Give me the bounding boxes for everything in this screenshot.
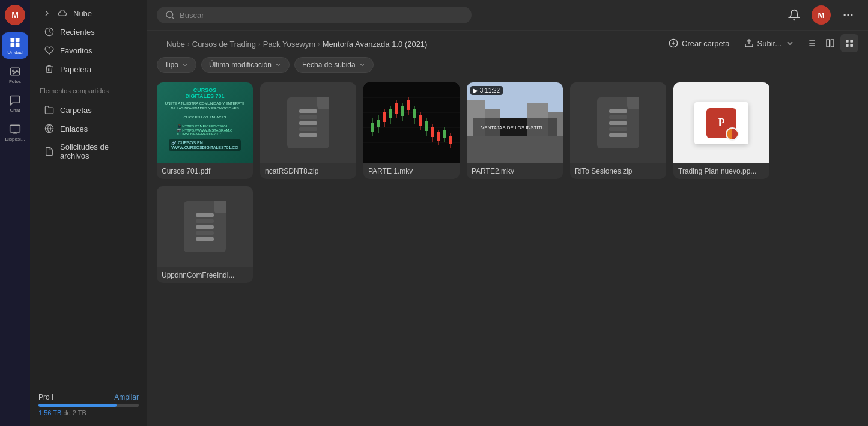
sidebar-item-chat[interactable]: Chat [2, 90, 28, 117]
view-columns-button[interactable] [821, 34, 839, 52]
svg-point-9 [166, 11, 173, 18]
icon-bar: M Unidad Fotos Chat Disposi... [0, 0, 30, 426]
breadcrumb-cursos[interactable]: Cursos de Trading [192, 40, 256, 49]
user-avatar[interactable]: M [812, 5, 831, 25]
svg-rect-1 [16, 38, 20, 42]
crear-carpeta-button[interactable]: Crear carpeta [661, 35, 736, 52]
svg-rect-69 [467, 136, 563, 163]
file-card-parte2[interactable]: ▶ 3:11:22 VENTAJAS DE LOS INSTITU... [467, 82, 563, 179]
subir-button[interactable]: Subir... [737, 35, 802, 52]
sidebar-section-main: Nube Recientes Favoritos Papelera [30, 0, 147, 82]
play-icon-parte2: ▶ 3:11:22 [470, 86, 503, 95]
bell-icon [788, 9, 800, 21]
svg-rect-44 [395, 103, 398, 114]
breadcrumb-sep-2: › [258, 40, 261, 47]
file-name-uppdnn: UppdnnComFreeIndi... [157, 267, 253, 283]
svg-rect-50 [413, 109, 416, 118]
fecha-subida-filter[interactable]: Fecha de subida [294, 57, 374, 73]
view-grid-button[interactable] [840, 34, 858, 52]
storage-progress-bar [38, 404, 139, 407]
file-name-cursos701: Cursos 701.pdf [157, 163, 253, 179]
svg-point-12 [847, 14, 849, 16]
svg-rect-28 [846, 44, 849, 47]
file-thumb-parte1: 2:32:11 [363, 82, 460, 163]
svg-rect-36 [371, 123, 374, 132]
sidebar-section-shared: Carpetas Enlaces Solicitudes de archivos [30, 97, 147, 169]
upload-icon [744, 38, 754, 48]
svg-rect-62 [449, 136, 452, 144]
storage-progress-fill [38, 404, 117, 407]
ampliar-link[interactable]: Ampliar [114, 393, 139, 401]
sidebar: Nube Recientes Favoritos Papelera Elemen… [30, 0, 147, 426]
breadcrumb-pack[interactable]: Pack Yosewym [263, 40, 315, 49]
more-icon [842, 9, 854, 21]
file-name-parte2: PARTE2.mkv [467, 163, 563, 179]
sidebar-item-favoritos[interactable]: Favoritos [35, 41, 142, 59]
svg-point-5 [13, 70, 14, 72]
menu-button[interactable] [838, 5, 858, 25]
svg-rect-46 [401, 106, 404, 116]
ultima-mod-chevron-icon [275, 61, 282, 68]
sidebar-item-recientes[interactable]: Recientes [35, 23, 142, 41]
svg-rect-0 [11, 38, 15, 42]
file-card-tradingplan[interactable]: P Trading Plan nuevo.pp... [673, 82, 769, 179]
file-thumb-cursos701: CURSOSDIGITALES 701 ÚNETE A NUESTRA COMU… [157, 82, 253, 163]
svg-rect-40 [383, 112, 386, 122]
file-thumb-uppdnn [157, 186, 253, 267]
sidebar-item-enlaces[interactable]: Enlaces [35, 120, 142, 138]
view-list-button[interactable] [802, 34, 820, 52]
sidebar-item-papelera[interactable]: Papelera [35, 60, 142, 78]
svg-rect-48 [407, 100, 410, 110]
svg-point-13 [851, 14, 852, 16]
file-grid: CURSOSDIGITALES 701 ÚNETE A NUESTRA COMU… [147, 78, 868, 426]
breadcrumb-row: Nube › Cursos de Trading › Pack Yosewym … [147, 31, 868, 55]
file-thumb-parte2: ▶ 3:11:22 VENTAJAS DE LOS INSTITU... [467, 82, 563, 163]
tipo-filter[interactable]: Tipo [157, 57, 196, 73]
svg-text:VENTAJAS DE LOS INSTITU...: VENTAJAS DE LOS INSTITU... [481, 125, 548, 130]
svg-rect-54 [425, 121, 428, 131]
svg-rect-27 [850, 40, 853, 43]
sidebar-item-carpetas[interactable]: Carpetas [35, 101, 142, 119]
file-card-uppdnn[interactable]: UppdnnComFreeIndi... [157, 186, 253, 283]
sidebar-item-fotos[interactable]: Fotos [2, 61, 28, 88]
chart-svg [363, 82, 460, 163]
file-thumb-rito [570, 82, 666, 163]
svg-rect-26 [846, 40, 849, 43]
svg-rect-38 [377, 120, 380, 127]
file-thumb-tradingplan: P [673, 82, 769, 163]
sidebar-item-nube[interactable]: Nube [35, 4, 142, 22]
search-input[interactable] [180, 11, 463, 20]
file-name-parte1: PARTE 1.mkv [363, 163, 460, 179]
file-card-cursos701[interactable]: CURSOSDIGITALES 701 ÚNETE A NUESTRA COMU… [157, 82, 253, 179]
file-card-ncatrsdnt8[interactable]: ncatRSDNT8.zip [260, 82, 356, 179]
svg-point-11 [844, 14, 846, 16]
sidebar-item-solicitudes[interactable]: Solicitudes de archivos [35, 138, 142, 165]
filters-bar: Tipo Última modificación Fecha de subida [147, 55, 868, 78]
breadcrumb-sep-3: › [318, 40, 320, 47]
file-name-ncatrsdnt8: ncatRSDNT8.zip [260, 163, 356, 179]
search-box[interactable] [157, 7, 472, 23]
chevron-down-icon [785, 38, 795, 48]
svg-rect-24 [827, 40, 830, 47]
sidebar-item-unidad[interactable]: Unidad [2, 32, 28, 59]
tipo-chevron-icon [181, 61, 189, 68]
list-view-icon [806, 38, 816, 48]
svg-rect-60 [443, 130, 446, 138]
search-icon [165, 10, 175, 20]
sidebar-bottom: Pro I Ampliar 1,56 TB de 2 TB [30, 387, 147, 420]
svg-rect-52 [419, 115, 422, 126]
breadcrumb-sep-1: › [187, 40, 190, 47]
svg-rect-3 [16, 43, 20, 47]
breadcrumb-nube[interactable]: Nube [166, 40, 185, 49]
app-avatar[interactable]: M [5, 5, 25, 25]
svg-rect-25 [831, 40, 834, 47]
breadcrumb-mentoria: Mentoría Avanzada 1.0 (2021) [323, 40, 428, 49]
file-card-rito[interactable]: RiTo Sesiones.zip [570, 82, 666, 179]
notifications-button[interactable] [784, 5, 804, 25]
sidebar-item-dispositivos[interactable]: Disposi... [2, 119, 28, 145]
ultima-mod-filter[interactable]: Última modificación [201, 57, 290, 73]
svg-rect-56 [431, 127, 434, 137]
file-card-parte1[interactable]: 2:32:11 [363, 82, 460, 179]
file-name-rito: RiTo Sesiones.zip [570, 163, 666, 179]
breadcrumb: Nube › Cursos de Trading › Pack Yosewym … [157, 35, 437, 52]
